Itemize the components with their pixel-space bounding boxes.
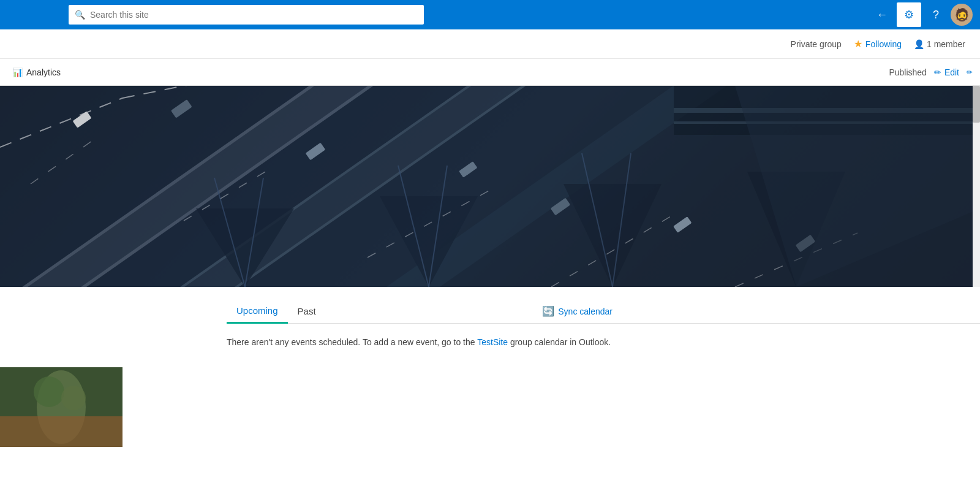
analytics-button[interactable]: 📊 Analytics: [7, 64, 66, 81]
member-count-text: 1 member: [927, 39, 965, 49]
edit-button[interactable]: ✏ Edit: [934, 67, 959, 77]
events-tabs-row: Upcoming Past 🔄 Sync calendar: [227, 299, 980, 324]
thumbnail-image: [0, 367, 123, 447]
no-events-text: There aren't any events scheduled. To ad…: [227, 337, 477, 347]
toolbar-right: Published ✏ Edit ✏: [889, 67, 973, 77]
search-icon: 🔍: [75, 10, 85, 20]
toolbar-bar: 📊 Analytics Published ✏ Edit ✏: [0, 59, 980, 86]
tab-upcoming-label: Upcoming: [236, 305, 278, 316]
help-button[interactable]: ?: [924, 2, 948, 27]
sync-calendar-button[interactable]: 🔄 Sync calendar: [542, 305, 980, 317]
hero-svg: [0, 86, 980, 287]
top-navigation: 🔍 ← ⚙ ? 🧔: [0, 0, 980, 29]
edit-label: Edit: [944, 67, 959, 77]
private-group-label: Private group: [791, 39, 842, 49]
site-meta-bar: Private group ★ Following 👤 1 member: [0, 29, 980, 59]
settings-button[interactable]: ⚙: [897, 2, 921, 27]
content-area: Upcoming Past 🔄 Sync calendar There aren…: [0, 287, 980, 447]
search-input[interactable]: [90, 10, 418, 20]
hero-image: [0, 86, 980, 287]
following-label: Following: [865, 39, 902, 49]
person-icon: 👤: [914, 39, 924, 49]
bottom-section: [0, 367, 980, 447]
edit-small-icon[interactable]: ✏: [967, 68, 973, 77]
settings-icon: ⚙: [904, 8, 914, 21]
tab-past-label: Past: [298, 306, 316, 316]
private-group-text: Private group: [791, 39, 842, 49]
following-button[interactable]: ★ Following: [854, 38, 902, 50]
nav-right-actions: ← ⚙ ? 🧔: [870, 2, 973, 27]
avatar-image: 🧔: [954, 7, 970, 22]
star-icon: ★: [854, 38, 862, 50]
svg-rect-38: [0, 416, 123, 447]
help-icon: ?: [933, 9, 939, 21]
no-events-suffix: group calendar in Outlook.: [508, 337, 611, 347]
no-events-message: There aren't any events scheduled. To ad…: [227, 336, 655, 361]
tab-past[interactable]: Past: [288, 300, 326, 324]
back-button[interactable]: ←: [870, 2, 894, 27]
analytics-label: Analytics: [26, 67, 61, 77]
sync-icon: 🔄: [542, 305, 554, 317]
published-label: Published: [889, 67, 927, 77]
edit-pencil-icon: ✏: [934, 67, 941, 77]
tab-upcoming[interactable]: Upcoming: [227, 299, 288, 324]
svg-point-40: [61, 386, 86, 410]
events-section: Upcoming Past 🔄 Sync calendar There aren…: [0, 287, 980, 361]
member-count: 👤 1 member: [914, 39, 965, 49]
back-icon: ←: [876, 9, 888, 21]
testsite-link[interactable]: TestSite: [477, 337, 508, 347]
analytics-icon: 📊: [12, 67, 23, 77]
search-box-wrapper[interactable]: 🔍: [69, 5, 424, 25]
svg-point-39: [34, 376, 64, 407]
thumb-svg: [0, 367, 123, 447]
sync-calendar-label: Sync calendar: [558, 307, 612, 316]
user-avatar[interactable]: 🧔: [951, 4, 973, 26]
scrollbar-thumb[interactable]: [973, 86, 980, 123]
scrollbar-track: [973, 86, 980, 287]
